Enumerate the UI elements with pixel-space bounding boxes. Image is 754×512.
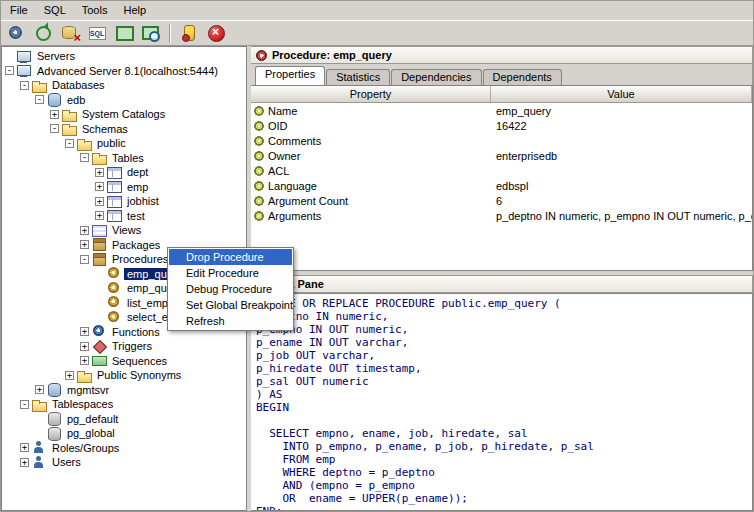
- tab-statistics[interactable]: Statistics: [326, 69, 390, 85]
- property-row-argument-count[interactable]: Argument Count6: [251, 193, 752, 208]
- expand-icon[interactable]: +: [95, 182, 104, 191]
- collapse-icon[interactable]: -: [20, 400, 29, 409]
- expand-icon[interactable]: +: [80, 356, 89, 365]
- expand-icon[interactable]: +: [95, 168, 104, 177]
- tree-item-servers[interactable]: Servers: [2, 49, 246, 64]
- tree-item-users[interactable]: +Users: [2, 455, 246, 470]
- collapse-icon[interactable]: -: [5, 66, 14, 75]
- properties-table-body: Nameemp_queryOID16422CommentsOwnerenterp…: [251, 103, 752, 223]
- tree-item-system-catalogs[interactable]: +System Catalogs: [2, 107, 246, 122]
- tab-dependencies[interactable]: Dependencies: [391, 69, 481, 85]
- expand-icon[interactable]: +: [50, 110, 59, 119]
- expand-icon[interactable]: +: [95, 211, 104, 220]
- sql-code-view[interactable]: CREATE OR REPLACE PROCEDURE public.emp_q…: [251, 293, 753, 511]
- collapse-icon[interactable]: -: [65, 139, 74, 148]
- expand-icon[interactable]: +: [20, 443, 29, 452]
- database-delete-icon: [61, 25, 79, 41]
- collapse-icon[interactable]: -: [80, 255, 89, 264]
- toolbar-stop-button[interactable]: [203, 22, 229, 45]
- tree-item-databases[interactable]: -Databases: [2, 78, 246, 93]
- context-menu-item-drop-procedure[interactable]: Drop Procedure: [169, 249, 292, 265]
- context-menu-item-debug-procedure[interactable]: Debug Procedure: [169, 281, 292, 297]
- expand-icon[interactable]: +: [80, 342, 89, 351]
- column-header-property[interactable]: Property: [251, 86, 491, 102]
- tab-properties[interactable]: Properties: [255, 66, 325, 85]
- property-row-arguments[interactable]: Argumentsp_deptno IN numeric, p_empno IN…: [251, 208, 752, 223]
- procedure-icon: [256, 50, 267, 61]
- property-value: edbspl: [491, 180, 752, 192]
- context-menu-item-refresh[interactable]: Refresh: [169, 313, 292, 329]
- tree-item-sequences[interactable]: +Sequences: [2, 354, 246, 369]
- expand-icon[interactable]: +: [35, 385, 44, 394]
- toolbar-connect-refresh-button[interactable]: [30, 22, 56, 45]
- expand-icon[interactable]: +: [80, 240, 89, 249]
- tree-item-emp[interactable]: +emp: [2, 180, 246, 195]
- tree-item-triggers[interactable]: +Triggers: [2, 339, 246, 354]
- property-row-oid[interactable]: OID16422: [251, 118, 752, 133]
- property-row-owner[interactable]: Ownerenterprisedb: [251, 148, 752, 163]
- property-row-language[interactable]: Languageedbspl: [251, 178, 752, 193]
- tree-item-test[interactable]: +test: [2, 209, 246, 224]
- context-menu-item-edit-procedure[interactable]: Edit Procedure: [169, 265, 292, 281]
- collapse-icon[interactable]: -: [50, 124, 59, 133]
- property-row-name[interactable]: Nameemp_query: [251, 103, 752, 118]
- toolbar-drop-object-button[interactable]: [57, 22, 83, 45]
- toolbar-filtered-view-button[interactable]: [138, 22, 164, 45]
- stop-icon: [207, 25, 225, 41]
- tree-item-schemas[interactable]: -Schemas: [2, 122, 246, 137]
- folder-icon: [62, 108, 76, 121]
- tree-item-pg-global[interactable]: pg_global: [2, 426, 246, 441]
- tree-item-advanced-server-8-1-localhost-5444[interactable]: -Advanced Server 8.1(localhost:5444): [2, 64, 246, 79]
- menu-tools[interactable]: Tools: [74, 2, 116, 19]
- property-row-comments[interactable]: Comments: [251, 133, 752, 148]
- toolbar: SQL: [1, 20, 753, 46]
- tree-item-label: Schemas: [79, 123, 131, 135]
- collapse-icon[interactable]: -: [35, 95, 44, 104]
- tablespace-icon: [47, 412, 61, 425]
- expand-icon[interactable]: +: [80, 226, 89, 235]
- context-menu-item-set-global-breakpoint[interactable]: Set Global Breakpoint: [169, 297, 292, 313]
- view-icon: [92, 224, 106, 237]
- tree-item-label: test: [124, 210, 148, 222]
- property-name: Comments: [268, 135, 321, 147]
- tree-item-edb[interactable]: -edb: [2, 93, 246, 108]
- column-header-value[interactable]: Value: [491, 86, 752, 102]
- tree-item-tables[interactable]: -Tables: [2, 151, 246, 166]
- menu-sql[interactable]: SQL: [36, 2, 74, 19]
- tree-item-label: Views: [109, 224, 144, 236]
- toolbar-sql-window-button[interactable]: SQL: [84, 22, 110, 45]
- toolbar-options-button[interactable]: [3, 22, 29, 45]
- tree-item-dept[interactable]: +dept: [2, 165, 246, 180]
- property-icon: [254, 181, 264, 191]
- tree-item-views[interactable]: +Views: [2, 223, 246, 238]
- properties-table-header: Property Value: [251, 86, 752, 103]
- tree-item-mgmtsvr[interactable]: +mgmtsvr: [2, 383, 246, 398]
- expand-icon[interactable]: +: [80, 327, 89, 336]
- property-row-acl[interactable]: ACL: [251, 163, 752, 178]
- tree-item-jobhist[interactable]: +jobhist: [2, 194, 246, 209]
- toolbar-debug-button[interactable]: [176, 22, 202, 45]
- trigger-icon: [92, 340, 106, 353]
- tab-dependents[interactable]: Dependents: [483, 69, 562, 85]
- tree-item-label: public: [94, 137, 129, 149]
- tree-item-public[interactable]: -public: [2, 136, 246, 151]
- toolbar-view-data-button[interactable]: [111, 22, 137, 45]
- expand-icon[interactable]: +: [95, 197, 104, 206]
- expand-icon[interactable]: +: [20, 458, 29, 467]
- property-icon: [254, 106, 264, 116]
- property-value: 16422: [491, 120, 752, 132]
- tree-item-tablespaces[interactable]: -Tablespaces: [2, 397, 246, 412]
- expand-icon[interactable]: +: [65, 371, 74, 380]
- property-name-cell: Argument Count: [251, 195, 491, 207]
- property-name-cell: ACL: [251, 165, 491, 177]
- menu-help[interactable]: Help: [115, 2, 154, 19]
- tree-item-public-synonyms[interactable]: +Public Synonyms: [2, 368, 246, 383]
- tree-item-roles-groups[interactable]: +Roles/Groups: [2, 441, 246, 456]
- collapse-icon[interactable]: -: [80, 153, 89, 162]
- property-icon: [254, 166, 264, 176]
- collapse-icon[interactable]: -: [20, 81, 29, 90]
- property-icon: [254, 196, 264, 206]
- property-icon: [254, 121, 264, 131]
- tree-item-pg-default[interactable]: pg_default: [2, 412, 246, 427]
- menu-file[interactable]: File: [2, 2, 36, 19]
